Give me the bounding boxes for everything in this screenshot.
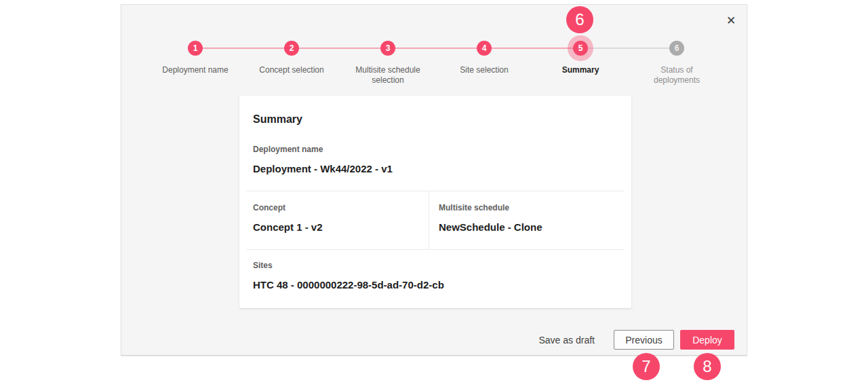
concept-label: Concept [253, 203, 429, 212]
annotation-badge-8: 8 [694, 353, 721, 380]
wizard-footer: Save as draft Previous Deploy [539, 330, 735, 350]
step-6-label: Status of deployments [639, 65, 715, 86]
step-1-label: Deployment name [162, 65, 228, 75]
stepper-step-status-of-deployments[interactable]: 6 Status of deployments [639, 41, 715, 86]
step-4-label: Site selection [460, 65, 508, 75]
multisite-schedule-value: NewSchedule - Clone [439, 221, 631, 233]
step-4-circle: 4 [477, 41, 492, 56]
deploy-button[interactable]: Deploy [680, 330, 734, 350]
summary-card: Summary Deployment name Deployment - Wk4… [239, 96, 631, 308]
concept-schedule-section: Concept Concept 1 - v2 Multisite schedul… [239, 191, 631, 249]
save-as-draft-button[interactable]: Save as draft [539, 335, 595, 346]
sites-section: Sites HTC 48 - 0000000222-98-5d-ad-70-d2… [239, 250, 631, 291]
deployment-wizard-modal: ✕ 1 Deployment name 2 Concept selection … [121, 4, 747, 356]
concept-value: Concept 1 - v2 [253, 221, 429, 233]
deployment-name-value: Deployment - Wk44/2022 - v1 [253, 163, 618, 174]
stepper-step-site-selection[interactable]: 4 Site selection [446, 41, 522, 75]
annotation-badge-6: 6 [566, 6, 593, 33]
step-1-circle: 1 [188, 41, 203, 56]
step-2-label: Concept selection [259, 65, 323, 75]
summary-card-title: Summary [239, 96, 631, 126]
stepper-step-concept-selection[interactable]: 2 Concept selection [254, 41, 330, 75]
step-5-circle: 5 [573, 41, 588, 56]
deployment-name-label: Deployment name [253, 145, 618, 154]
step-5-label: Summary [562, 65, 599, 75]
step-3-circle: 3 [380, 41, 395, 56]
concept-column: Concept Concept 1 - v2 [239, 191, 429, 249]
multisite-schedule-label: Multisite schedule [439, 203, 631, 212]
step-3-label: Multisite schedule selection [350, 65, 426, 86]
previous-button[interactable]: Previous [614, 330, 674, 350]
stepper-step-deployment-name[interactable]: 1 Deployment name [157, 41, 233, 75]
multisite-schedule-column: Multisite schedule NewSchedule - Clone [429, 191, 631, 249]
deployment-name-section: Deployment name Deployment - Wk44/2022 -… [239, 126, 631, 174]
step-2-circle: 2 [284, 41, 299, 56]
sites-label: Sites [253, 261, 618, 270]
step-6-circle: 6 [669, 41, 684, 56]
annotation-badge-7: 7 [633, 353, 660, 380]
sites-value: HTC 48 - 0000000222-98-5d-ad-70-d2-cb [253, 279, 618, 291]
stepper-step-summary[interactable]: 5 Summary [542, 41, 618, 75]
stepper-step-multisite-schedule-selection[interactable]: 3 Multisite schedule selection [350, 41, 426, 86]
close-icon[interactable]: ✕ [723, 12, 739, 29]
